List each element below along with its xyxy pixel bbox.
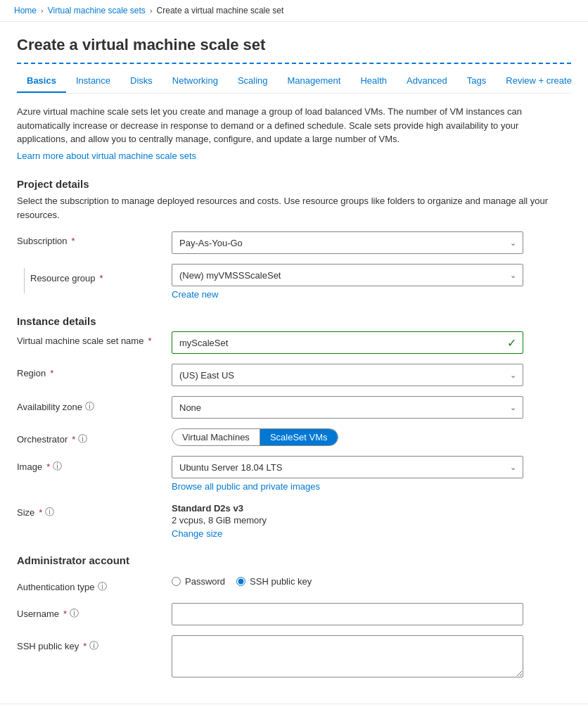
size-required: * — [39, 507, 42, 518]
image-select[interactable]: Ubuntu Server 18.04 LTS — [172, 456, 523, 478]
vmss-name-label: Virtual machine scale set name * — [17, 331, 172, 346]
auth-ssh-radio[interactable]: SSH public key — [236, 576, 312, 587]
size-row: Size * ⓘ Standard D2s v3 2 vcpus, 8 GiB … — [17, 502, 571, 539]
tab-basics[interactable]: Basics — [17, 70, 66, 93]
image-required: * — [46, 461, 50, 472]
region-control: (US) East US ⌄ — [172, 364, 523, 386]
tab-management[interactable]: Management — [278, 70, 351, 93]
orchestrator-btn-group: Virtual Machines ScaleSet VMs — [172, 428, 338, 446]
subscription-row: Subscription * Pay-As-You-Go ⌄ — [17, 231, 571, 254]
auth-ssh-label: SSH public key — [250, 576, 312, 587]
availability-zone-control: None ⌄ — [172, 396, 523, 419]
auth-type-row: Authentication type ⓘ Password SSH publi… — [17, 576, 571, 593]
resource-group-label: Resource group * — [30, 268, 103, 284]
vmss-name-check-icon: ✓ — [507, 336, 516, 350]
ssh-info-icon[interactable]: ⓘ — [89, 639, 98, 652]
auth-password-label: Password — [185, 576, 225, 587]
size-info-icon[interactable]: ⓘ — [45, 506, 54, 518]
resource-group-required: * — [100, 273, 103, 284]
description-block: Azure virtual machine scale sets let you… — [17, 105, 551, 163]
region-row: Region * (US) East US ⌄ — [17, 364, 571, 386]
image-row: Image * ⓘ Ubuntu Server 18.04 LTS ⌄ Brow… — [17, 456, 571, 492]
size-block: Standard D2s v3 2 vcpus, 8 GiB memory Ch… — [172, 503, 523, 539]
instance-details-title: Instance details — [17, 315, 571, 327]
orchestrator-vm-btn[interactable]: Virtual Machines — [172, 429, 260, 445]
tab-scaling[interactable]: Scaling — [228, 70, 278, 93]
availability-zone-select[interactable]: None — [172, 396, 523, 419]
tab-advanced[interactable]: Advanced — [397, 70, 457, 93]
page-title: Create a virtual machine scale set — [17, 36, 571, 54]
username-required: * — [63, 609, 67, 619]
subscription-select[interactable]: Pay-As-You-Go — [172, 231, 523, 254]
breadcrumb-sep-2: › — [150, 6, 153, 15]
size-name: Standard D2s v3 — [172, 503, 523, 514]
ssh-key-textarea[interactable] — [172, 635, 523, 677]
orchestrator-info-icon[interactable]: ⓘ — [78, 433, 87, 445]
subscription-required: * — [72, 236, 75, 246]
ssh-required: * — [83, 641, 87, 651]
orchestrator-row: Orchestrator * ⓘ Virtual Machines ScaleS… — [17, 428, 571, 446]
learn-more-link[interactable]: Learn more about virtual machine scale s… — [17, 149, 196, 163]
availability-zone-label: Availability zone ⓘ — [17, 396, 172, 413]
orchestrator-control: Virtual Machines ScaleSet VMs — [172, 428, 523, 446]
auth-password-input[interactable] — [172, 577, 181, 586]
breadcrumb-home[interactable]: Home — [14, 6, 37, 15]
auth-type-info-icon[interactable]: ⓘ — [98, 580, 107, 593]
subscription-label: Subscription * — [17, 231, 172, 246]
resource-group-select[interactable]: (New) myVMSSScaleSet — [172, 264, 523, 286]
breadcrumb-sep-1: › — [41, 6, 44, 15]
vmss-name-input[interactable] — [172, 331, 523, 354]
auth-type-radio-group: Password SSH public key — [172, 576, 523, 587]
project-details-title: Project details — [17, 178, 571, 190]
image-info-icon[interactable]: ⓘ — [53, 460, 62, 473]
auth-type-control: Password SSH public key — [172, 576, 523, 587]
orchestrator-scaleset-btn[interactable]: ScaleSet VMs — [260, 429, 338, 445]
availability-zone-info-icon[interactable]: ⓘ — [85, 400, 94, 413]
create-new-link[interactable]: Create new — [172, 289, 218, 300]
tab-instance[interactable]: Instance — [66, 70, 120, 93]
region-select[interactable]: (US) East US — [172, 364, 523, 386]
breadcrumb-vmss[interactable]: Virtual machine scale sets — [48, 6, 146, 15]
breadcrumb-current: Create a virtual machine scale set — [157, 6, 284, 15]
resource-group-label-wrap: Resource group * — [17, 264, 172, 293]
image-label: Image * ⓘ — [17, 456, 172, 473]
tab-review-create[interactable]: Review + create — [496, 70, 582, 93]
subscription-control: Pay-As-You-Go ⌄ — [172, 231, 523, 254]
auth-password-radio[interactable]: Password — [172, 576, 225, 587]
username-control — [172, 603, 523, 625]
resource-group-row: Resource group * (New) myVMSSScaleSet ⌄ … — [17, 264, 571, 300]
orchestrator-required: * — [72, 434, 75, 445]
browse-images-link[interactable]: Browse all public and private images — [172, 481, 320, 492]
region-required: * — [50, 368, 53, 378]
vmss-name-row: Virtual machine scale set name * ✓ — [17, 331, 571, 354]
project-details-desc: Select the subscription to manage deploy… — [17, 194, 551, 222]
size-label: Size * ⓘ — [17, 502, 172, 518]
username-info-icon[interactable]: ⓘ — [70, 607, 79, 620]
region-label: Region * — [17, 364, 172, 378]
ssh-key-label: SSH public key * ⓘ — [17, 635, 172, 652]
resource-group-control: (New) myVMSSScaleSet ⌄ Create new — [172, 264, 523, 300]
tab-networking[interactable]: Networking — [162, 70, 228, 93]
tab-disks[interactable]: Disks — [120, 70, 162, 93]
username-input[interactable] — [172, 603, 523, 625]
vmss-name-control: ✓ — [172, 331, 523, 354]
ssh-key-control — [172, 635, 523, 680]
tab-tags[interactable]: Tags — [457, 70, 496, 93]
vmss-name-required: * — [148, 336, 151, 346]
orchestrator-label: Orchestrator * ⓘ — [17, 428, 172, 445]
username-row: Username * ⓘ — [17, 603, 571, 625]
username-label: Username * ⓘ — [17, 603, 172, 620]
change-size-link[interactable]: Change size — [172, 528, 222, 539]
auth-type-label: Authentication type ⓘ — [17, 576, 172, 593]
footer-bar: Review + create < Previous Next : Instan… — [0, 703, 588, 707]
ssh-key-row: SSH public key * ⓘ — [17, 635, 571, 680]
tab-health[interactable]: Health — [350, 70, 397, 93]
indent-line — [24, 268, 25, 293]
size-detail: 2 vcpus, 8 GiB memory — [172, 515, 523, 526]
availability-zone-row: Availability zone ⓘ None ⌄ — [17, 396, 571, 419]
description-text: Azure virtual machine scale sets let you… — [17, 105, 551, 146]
image-control: Ubuntu Server 18.04 LTS ⌄ Browse all pub… — [172, 456, 523, 492]
auth-ssh-input[interactable] — [236, 577, 245, 586]
size-control: Standard D2s v3 2 vcpus, 8 GiB memory Ch… — [172, 502, 523, 539]
tabs-bar: Basics Instance Disks Networking Scaling… — [17, 64, 571, 94]
